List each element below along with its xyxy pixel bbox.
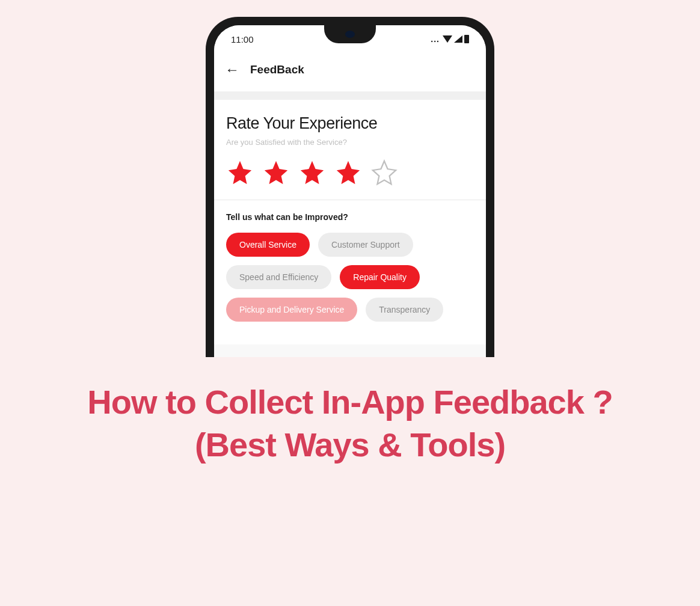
rate-subtitle: Are you Satisfied with the Service? [226,138,474,147]
star-icon[interactable] [298,159,326,186]
status-time: 11:00 [231,34,254,44]
header-title: FeedBack [250,63,304,76]
pill-pickup-delivery[interactable]: Pickup and Delivery Service [226,298,357,322]
section-divider [214,91,486,100]
pill-customer-support[interactable]: Customer Support [318,233,413,257]
pill-repair-quality[interactable]: Repair Quality [340,265,420,289]
pill-row: Speed and Efficiency Repair Quality [226,265,474,289]
phone-notch [324,25,376,43]
status-icons: ... [431,34,469,44]
pill-transparency[interactable]: Transperancy [366,298,443,322]
more-icon: ... [431,34,440,44]
star-icon[interactable] [370,159,398,186]
phone-mockup: 11:00 ... ← FeedBack Rate Your Experienc… [206,17,494,357]
pill-row: Pickup and Delivery Service Transperancy [226,298,474,322]
wifi-icon [443,35,452,43]
camera-icon [345,31,355,38]
phone-screen: 11:00 ... ← FeedBack Rate Your Experienc… [214,25,486,357]
rate-title: Rate Your Experience [226,114,474,133]
rate-section: Rate Your Experience Are you Satisfied w… [214,100,486,200]
improve-title: Tell us what can be Improved? [226,212,474,222]
signal-icon [454,35,462,43]
pill-overall-service[interactable]: Overall Service [226,233,310,257]
app-header: ← FeedBack [214,50,486,91]
star-icon[interactable] [334,159,362,186]
back-arrow-icon[interactable]: ← [225,61,239,78]
rating-stars [226,159,474,186]
pill-row: Overall Service Customer Support [226,233,474,257]
battery-icon [464,35,469,43]
phone-frame: 11:00 ... ← FeedBack Rate Your Experienc… [206,17,494,357]
improve-section: Tell us what can be Improved? Overall Se… [214,200,486,344]
star-icon[interactable] [226,159,254,186]
pill-speed-efficiency[interactable]: Speed and Efficiency [226,265,331,289]
article-title: How to Collect In-App Feedback ?(Best Wa… [79,381,621,466]
star-icon[interactable] [262,159,290,186]
